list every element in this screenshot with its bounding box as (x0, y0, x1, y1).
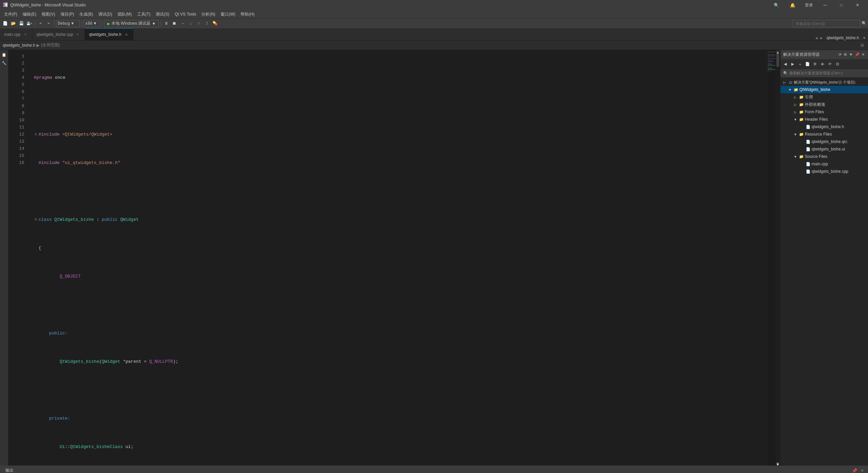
output-tab-label[interactable]: 输出 (3, 467, 16, 473)
menu-item-n[interactable]: 分析(N) (199, 10, 218, 18)
menu-item-t[interactable]: 工具(T) (134, 10, 153, 18)
solution-pin-button[interactable]: 📌 (854, 52, 860, 57)
menu-item-m[interactable]: 团队(M) (115, 10, 134, 18)
collapse-btn-3[interactable]: ⊟ (34, 131, 38, 138)
debug-btn-5[interactable]: ↑ (195, 20, 202, 27)
code-line-11: QtWidgets_bishe ( QWidget *parent = Q_NU… (34, 358, 767, 365)
active-file-label: qtwidgets_bishe.h (824, 28, 862, 40)
tab-dropdown-button[interactable]: ▼ (862, 36, 867, 40)
tab-scroll-right-button[interactable]: ▶ (819, 36, 824, 40)
tree-item-references[interactable]: ▷ 📁 引用 (780, 93, 868, 101)
menu-item-b[interactable]: 生成(B) (77, 10, 96, 18)
scrollbar-up-button[interactable]: ▲ (776, 51, 779, 53)
new-project-button[interactable]: 📄 (1, 20, 9, 27)
scrollbar-down-button[interactable]: ▼ (776, 462, 779, 465)
menu-item-d[interactable]: 调试(D) (96, 10, 115, 18)
code-content[interactable]: #pragma once ⊟ #include <QtWidgets/QWidg… (28, 50, 767, 466)
code-line-8: Q_OBJECT (34, 273, 767, 280)
run-label: 本地 Windows 调试器 (111, 21, 150, 26)
close-button[interactable]: ✕ (850, 0, 865, 10)
config-dropdown[interactable]: Debug ▼ (56, 20, 80, 27)
solution-sync-button[interactable]: ⟳ (838, 52, 842, 57)
menu-item-e[interactable]: 编辑(E) (20, 10, 39, 18)
debug-btn-3[interactable]: → (179, 20, 186, 27)
solution-filter-button[interactable]: ▼ (848, 52, 853, 57)
tree-item-header-files[interactable]: ▼ 📁 Header Files (780, 116, 868, 123)
tree-item-ui[interactable]: ▷ 📄 qtwidgets_bishe.ui (780, 145, 868, 153)
undo-button[interactable]: ↶ (37, 20, 44, 27)
tab-scroll-left-button[interactable]: ◀ (814, 36, 819, 40)
debug-btn-4[interactable]: ↓ (187, 20, 194, 27)
sol-btn-refresh[interactable]: ⟳ (826, 61, 833, 68)
save-all-button[interactable]: 💾+ (26, 20, 33, 27)
solution-header-controls: ⟳ ⚙ ▼ 📌 ✕ (838, 52, 865, 57)
sol-btn-add-file[interactable]: 📄 (804, 61, 811, 68)
collapse-btn-6[interactable]: ⊟ (34, 216, 38, 223)
tree-item-solution[interactable]: ▷ 🗂 解决方案'QtWidgets_bishe'(1 个项目) (780, 78, 868, 86)
output-close-button[interactable]: ✕ (859, 468, 865, 473)
menu-item-h[interactable]: 帮助(H) (238, 10, 257, 18)
minimap-line-9 (768, 62, 769, 63)
vs-logo-icon (3, 2, 8, 8)
output-pin-button[interactable]: 📌 (851, 468, 859, 473)
tree-view: ▷ 🗂 解决方案'QtWidgets_bishe'(1 个项目) ▼ 📁 QtW… (780, 78, 868, 466)
menu-item-p[interactable]: 项目(P) (58, 10, 77, 18)
tree-item-qrc[interactable]: ▷ 📄 qtwidgets_bishe.qrc (780, 138, 868, 145)
editor-scrollbar[interactable]: ▲ ▼ (775, 50, 780, 466)
open-file-button[interactable]: 📂 (9, 20, 17, 27)
save-button[interactable]: 💾 (18, 20, 25, 27)
sol-btn-forward[interactable]: ▶ (789, 61, 796, 68)
minimize-button[interactable]: ─ (817, 0, 833, 10)
sol-btn-back[interactable]: ◀ (782, 61, 789, 68)
tree-item-bishe-cpp[interactable]: ▷ 📄 qtwidgets_bishe.cpp (780, 168, 868, 175)
scrollbar-thumb[interactable] (776, 53, 779, 67)
split-editor-button[interactable]: ⊞ (861, 43, 864, 48)
tab-qtwidgets-bishe-h[interactable]: qtwidgets_bishe.h ✕ (85, 28, 133, 40)
token-once: once (52, 74, 66, 81)
tree-item-project[interactable]: ▼ 📁 QtWidgets_bishe (780, 86, 868, 93)
tab-qtwidgets-bishe-h-close-icon[interactable]: ✕ (124, 32, 129, 37)
user-icon[interactable]: 登录 (801, 0, 817, 10)
tree-item-resource-files[interactable]: ▼ 📁 Resource Files (780, 131, 868, 138)
token-space-3 (59, 131, 62, 138)
tree-item-source-files[interactable]: ▼ 📁 Source Files (780, 153, 868, 160)
bell-icon[interactable]: 🔔 (785, 0, 800, 10)
sol-btn-properties[interactable]: ⚙ (812, 61, 818, 68)
debug-btn-6[interactable]: ⤴ (203, 20, 210, 27)
tree-item-form-files[interactable]: ▷ 📁 Form Files (780, 108, 868, 116)
debug-btn-7[interactable]: 💊 (211, 20, 219, 27)
sol-btn-view-all[interactable]: 👁 (819, 61, 826, 68)
debug-btn-2[interactable]: ⏹ (171, 20, 178, 27)
tab-qtwidgets-bishe-cpp-close-icon[interactable]: ✕ (75, 32, 80, 37)
sol-btn-new[interactable]: + (797, 61, 803, 68)
activity-btn-1[interactable]: 📋 (1, 51, 7, 58)
tab-main-cpp-close-icon[interactable]: ✕ (23, 32, 28, 37)
tab-qtwidgets-bishe-cpp[interactable]: qtwidgets_bishe.cpp ✕ (32, 28, 85, 40)
activity-btn-2[interactable]: 🔧 (1, 60, 7, 66)
tree-item-header-h[interactable]: ▷ 📄 qtwidgets_bishe.h (780, 123, 868, 131)
solution-close-button[interactable]: ✕ (861, 52, 865, 57)
search-icon[interactable]: 🔍 (769, 0, 784, 10)
search-solution-icon: 🔍 (783, 71, 788, 75)
line-num-14: 14 (8, 145, 24, 152)
minimap-line-8 (768, 61, 774, 62)
run-button[interactable]: ▶ 本地 Windows 调试器 ▼ (104, 20, 159, 27)
debug-btn-1[interactable]: ⏸ (163, 20, 170, 27)
menu-item-v[interactable]: 视图(V) (39, 10, 58, 18)
maximize-button[interactable]: □ (834, 0, 849, 10)
solution-icon: 🗂 (788, 79, 793, 85)
tab-main-cpp[interactable]: main.cpp ✕ (0, 28, 32, 40)
sol-btn-collapse[interactable]: ⊟ (834, 61, 841, 68)
external-deps-label: 外部依赖项 (805, 102, 825, 108)
token-ui-ns: Ui (59, 443, 65, 450)
menu-item-w[interactable]: 窗口(W) (218, 10, 238, 18)
quick-launch-input[interactable] (793, 20, 860, 27)
redo-button[interactable]: ↷ (45, 20, 52, 27)
tree-item-external-deps[interactable]: ▷ 📁 外部依赖项 (780, 101, 868, 108)
menu-item-s[interactable]: 测试(S) (153, 10, 172, 18)
tree-item-main-cpp[interactable]: ▷ 📄 main.cpp (780, 160, 868, 168)
menu-item-f[interactable]: 文件(F) (1, 10, 20, 18)
platform-dropdown[interactable]: x86 ▼ (83, 20, 100, 27)
solution-properties-button[interactable]: ⚙ (843, 52, 848, 57)
menu-item-qtvstools[interactable]: Qt VS Tools (172, 10, 199, 18)
